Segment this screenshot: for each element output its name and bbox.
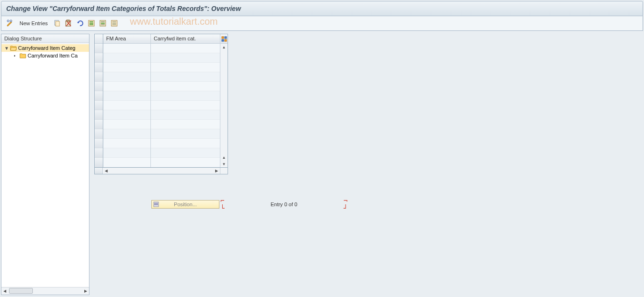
svg-rect-12: [101, 23, 105, 24]
row-selector[interactable]: [95, 63, 103, 72]
position-button[interactable]: Position...: [151, 200, 219, 209]
svg-rect-24: [154, 204, 158, 205]
watermark-text: www.tutorialkart.com: [130, 16, 218, 27]
table-vscrollbar: ▲ ▲ ▼: [220, 34, 228, 167]
row-selector[interactable]: [95, 148, 103, 158]
table-cell[interactable]: [103, 120, 150, 129]
svg-rect-21: [225, 39, 227, 41]
new-entries-button[interactable]: New Entries: [17, 20, 50, 26]
column-header-fm-area[interactable]: FM Area: [103, 34, 150, 44]
select-block-button[interactable]: [98, 19, 108, 28]
table-cell[interactable]: [151, 129, 220, 139]
scroll-left-icon[interactable]: ◀: [1, 288, 8, 295]
table-cell[interactable]: [103, 158, 150, 167]
table-cell[interactable]: [103, 72, 150, 82]
undo-icon: [76, 19, 84, 27]
row-selector-header[interactable]: [95, 34, 103, 44]
scroll-up-icon[interactable]: ▲: [220, 44, 228, 50]
table-cell[interactable]: [103, 44, 150, 53]
column-carryfwd-item-cat: Carryfwd item cat.: [151, 34, 220, 167]
table-cell[interactable]: [151, 82, 220, 91]
row-selector[interactable]: [95, 101, 103, 110]
table-scroll-left-icon[interactable]: ◀: [103, 168, 109, 174]
deselect-all-icon: [110, 19, 118, 27]
table-scroll-right-icon[interactable]: ▶: [213, 168, 220, 174]
dialog-panel-hscrollbar[interactable]: ◀ ▶: [1, 287, 89, 295]
svg-rect-23: [154, 203, 158, 204]
row-selectors: [95, 34, 103, 167]
table-cell[interactable]: [151, 101, 220, 110]
hscroll-thumb[interactable]: [9, 288, 33, 294]
table-cell[interactable]: [103, 53, 150, 63]
row-selector-footer[interactable]: [95, 168, 103, 174]
tree-toggle-icon[interactable]: ▼: [4, 46, 9, 51]
row-selector[interactable]: [95, 129, 103, 139]
tree-item-label: Carryforward Item Categ: [18, 45, 75, 51]
row-selector[interactable]: [95, 158, 103, 167]
bracket-left-icon: ⌐└: [219, 197, 225, 212]
undo-button[interactable]: [75, 19, 85, 28]
table-cell[interactable]: [103, 82, 150, 91]
svg-rect-18: [222, 37, 224, 38]
select-all-button[interactable]: [87, 19, 96, 28]
scroll-right-icon[interactable]: ▶: [82, 288, 89, 295]
toolbar: New Entries: [1, 16, 643, 31]
deselect-all-button[interactable]: [109, 19, 119, 28]
tree-item-carryforward-ca[interactable]: • Carryforward Item Ca: [1, 52, 89, 59]
table-cell[interactable]: [151, 120, 220, 129]
table-cell[interactable]: [103, 148, 150, 158]
table-cell[interactable]: [151, 63, 220, 72]
table-cell[interactable]: [151, 53, 220, 63]
position-icon: [153, 201, 159, 207]
table-cell[interactable]: [103, 63, 150, 72]
table-cell[interactable]: [103, 129, 150, 139]
svg-rect-19: [225, 37, 227, 38]
row-selector[interactable]: [95, 53, 103, 63]
table-cell[interactable]: [151, 110, 220, 120]
vscroll-track[interactable]: [220, 50, 228, 154]
row-selector[interactable]: [95, 72, 103, 82]
scroll-down-icon[interactable]: ▲: [220, 154, 228, 161]
table-cell[interactable]: [151, 139, 220, 148]
row-selector[interactable]: [95, 44, 103, 53]
table-cell[interactable]: [103, 139, 150, 148]
table-area: FM Area Carryfwd item cat.: [94, 34, 228, 295]
select-block-icon: [99, 19, 107, 27]
dialog-structure-panel: Dialog Structure ▼ Carryforward Item Cat…: [1, 34, 89, 295]
table-cell[interactable]: [103, 110, 150, 120]
table-cell[interactable]: [103, 91, 150, 101]
bracket-right-icon: ¬┘: [343, 197, 348, 212]
row-selector[interactable]: [95, 82, 103, 91]
row-selector[interactable]: [95, 110, 103, 120]
delete-button[interactable]: [64, 19, 73, 28]
svg-rect-3: [56, 21, 59, 26]
svg-rect-15: [112, 21, 116, 22]
table-hscrollbar: ◀ ▶: [94, 168, 228, 174]
table-cell[interactable]: [151, 44, 220, 53]
copy-button[interactable]: [52, 19, 62, 28]
table-cell[interactable]: [103, 101, 150, 110]
tree-item-carryforward-categ[interactable]: ▼ Carryforward Item Categ: [1, 44, 89, 52]
tree-item-label: Carryforward Item Ca: [28, 53, 78, 58]
position-bar: Position... ⌐└ Entry 0 of 0 ¬┘: [151, 197, 348, 212]
row-selector[interactable]: [95, 139, 103, 148]
svg-rect-7: [89, 21, 93, 22]
tree-bullet-icon: •: [14, 53, 19, 58]
column-header-carryfwd[interactable]: Carryfwd item cat.: [151, 34, 220, 44]
row-selector[interactable]: [95, 91, 103, 101]
dialog-structure-tree: ▼ Carryforward Item Categ • Carryforward…: [1, 43, 89, 287]
data-table: FM Area Carryfwd item cat.: [94, 34, 228, 168]
scroll-down-icon-2[interactable]: ▼: [220, 161, 228, 167]
change-display-button[interactable]: [5, 19, 15, 28]
table-cell[interactable]: [151, 72, 220, 82]
svg-rect-13: [101, 24, 105, 25]
svg-rect-16: [112, 23, 116, 24]
table-config-button[interactable]: [220, 34, 228, 44]
copy-icon: [53, 19, 61, 27]
folder-open-icon: [10, 45, 17, 51]
table-cell[interactable]: [151, 148, 220, 158]
svg-rect-9: [89, 24, 93, 25]
row-selector[interactable]: [95, 120, 103, 129]
table-cell[interactable]: [151, 91, 220, 101]
table-cell[interactable]: [151, 158, 220, 167]
